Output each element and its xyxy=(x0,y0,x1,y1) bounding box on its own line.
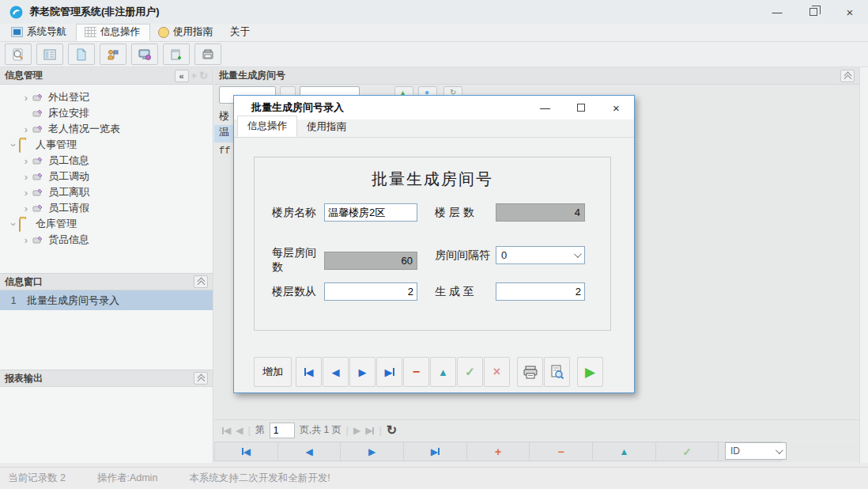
sort-field-select[interactable]: ID xyxy=(725,442,787,460)
chevron-down-icon xyxy=(574,250,582,258)
record-first-button[interactable]: ◀ xyxy=(215,442,278,461)
building-name-input[interactable] xyxy=(324,203,417,222)
floor-from-input[interactable] xyxy=(324,282,417,301)
separator-value: 0 xyxy=(501,249,507,261)
tree-item-employee-leave[interactable]: › 员工请假 xyxy=(0,200,213,216)
record-add-button[interactable]: + xyxy=(467,442,530,461)
restore-button[interactable] xyxy=(795,0,832,24)
tree-item-employee-resignation[interactable]: › 员工离职 xyxy=(0,184,213,200)
cancel-button[interactable]: × xyxy=(484,357,510,387)
first-record-button[interactable]: ◀ xyxy=(296,357,322,387)
collapse-sidebar-button[interactable]: « xyxy=(175,70,189,82)
edit-button[interactable]: ▲ xyxy=(430,357,456,387)
open-window-item[interactable]: 1 批量生成房间号录入 xyxy=(0,290,213,310)
menu-info-operation[interactable]: 信息操作 xyxy=(76,24,150,41)
dialog-minimize-button[interactable]: — xyxy=(527,96,563,119)
selected-row-fragment: 温 xyxy=(219,126,229,138)
dialog-close-button[interactable]: × xyxy=(598,96,634,119)
dialog-tab-info-operation[interactable]: 信息操作 xyxy=(237,116,297,137)
preview-button[interactable] xyxy=(544,357,570,387)
add-window-button[interactable] xyxy=(163,44,190,65)
menu-user-guide[interactable]: 使用指南 xyxy=(150,24,222,41)
dialog-title: 批量生成房间号录入 xyxy=(251,100,344,115)
menu-system-nav[interactable]: 系统导航 xyxy=(3,24,76,41)
last-record-button[interactable]: ▶ xyxy=(376,357,402,387)
monitor-button[interactable] xyxy=(131,44,158,65)
main-right-splitter[interactable] xyxy=(859,67,868,463)
record-edit-button[interactable]: ▲ xyxy=(593,442,656,461)
expand-icon[interactable]: › xyxy=(21,171,32,183)
floor-from-label: 楼层数从 xyxy=(272,285,324,299)
panel-title: 信息窗口 xyxy=(5,275,43,289)
minimize-button[interactable]: — xyxy=(759,0,795,24)
confirm-button[interactable]: ✓ xyxy=(457,357,483,387)
output-icon xyxy=(201,47,215,62)
tree-item-bed-assignment[interactable]: 床位安排 xyxy=(0,105,213,121)
edit-record-icon: ▲ xyxy=(619,446,628,457)
tree-item-goods-info[interactable]: › 货品信息 xyxy=(0,232,213,248)
collapse-icon[interactable]: › xyxy=(8,218,20,229)
search-button[interactable] xyxy=(5,44,32,65)
print-preview-icon xyxy=(549,365,564,379)
module-icon xyxy=(32,108,44,119)
module-icon xyxy=(32,93,44,103)
collapse-icon[interactable]: › xyxy=(8,139,20,150)
output-button[interactable] xyxy=(194,44,221,65)
dialog-maximize-button[interactable] xyxy=(563,96,598,119)
window-index: 1 xyxy=(0,294,27,306)
tree-folder-warehouse-management[interactable]: › 仓库管理 xyxy=(0,216,213,232)
delete-button[interactable]: − xyxy=(403,357,429,387)
cancel-icon: × xyxy=(493,365,500,379)
expand-icon[interactable]: › xyxy=(21,234,32,246)
prev-record-icon: ◀ xyxy=(332,366,340,378)
reload-grid-button[interactable]: ↻ xyxy=(387,423,397,438)
next-record-button[interactable]: ▶ xyxy=(349,357,376,387)
personnel-icon xyxy=(106,47,120,62)
separator-select[interactable]: 0 xyxy=(496,246,585,264)
page-number-input[interactable] xyxy=(270,423,295,438)
form-view-button[interactable] xyxy=(36,44,63,65)
tree-item-employee-info[interactable]: › 员工信息 xyxy=(0,153,213,169)
expand-icon[interactable]: › xyxy=(21,92,32,104)
tree-label: 员工离职 xyxy=(48,185,89,199)
expand-icon[interactable]: › xyxy=(21,155,32,167)
restore-icon xyxy=(810,8,817,16)
expand-icon[interactable]: › xyxy=(21,187,32,199)
prev-record-button[interactable]: ◀ xyxy=(323,357,349,387)
record-prev-button[interactable]: ◀ xyxy=(278,442,342,461)
rooms-per-floor-label: 每层房间数 xyxy=(272,246,324,275)
collapse-windows-panel-button[interactable] xyxy=(194,275,208,288)
print-button[interactable] xyxy=(517,357,543,387)
expand-icon[interactable]: › xyxy=(21,123,32,135)
menu-label: 关于 xyxy=(230,25,250,39)
first-page-button[interactable]: ◀ xyxy=(222,425,231,436)
collapse-reports-panel-button[interactable] xyxy=(194,372,208,385)
record-next-button[interactable]: ▶ xyxy=(341,442,404,461)
last-page-button[interactable]: ▶ xyxy=(365,425,374,436)
record-last-button[interactable]: ▶ xyxy=(404,442,467,461)
execute-button[interactable]: ▶ xyxy=(577,357,603,387)
prev-page-button[interactable]: ◀ xyxy=(236,425,243,436)
confirm-icon: ✓ xyxy=(465,365,475,379)
collapse-main-panel-button[interactable] xyxy=(840,70,855,82)
add-button[interactable]: 增加 xyxy=(254,357,292,387)
menu-about[interactable]: 关于 xyxy=(222,24,259,41)
expand-icon[interactable]: › xyxy=(21,203,32,214)
close-button[interactable]: × xyxy=(832,0,868,24)
tree-item-employee-transfer[interactable]: › 员工调动 xyxy=(0,169,213,184)
page-prefix-label: 第 xyxy=(255,423,265,437)
info-operation-icon xyxy=(85,27,96,37)
dialog-tab-user-guide[interactable]: 使用指南 xyxy=(297,117,356,137)
personnel-button[interactable] xyxy=(100,44,126,65)
record-delete-button[interactable]: − xyxy=(530,442,593,461)
run-icon: ▶ xyxy=(585,364,595,381)
record-confirm-button[interactable]: ✓ xyxy=(656,442,719,461)
grid-selected-row[interactable]: 温 xyxy=(214,125,233,142)
tree-item-outing-log[interactable]: › 外出登记 xyxy=(0,89,213,105)
generate-to-input[interactable] xyxy=(496,282,585,301)
floor-count-label: 楼 层 数 xyxy=(435,206,496,220)
tree-item-elder-overview[interactable]: › 老人情况一览表 xyxy=(0,121,213,137)
next-page-button[interactable]: ▶ xyxy=(353,425,360,436)
tree-folder-hr-management[interactable]: › 人事管理 xyxy=(0,137,213,153)
document-button[interactable] xyxy=(68,44,95,65)
